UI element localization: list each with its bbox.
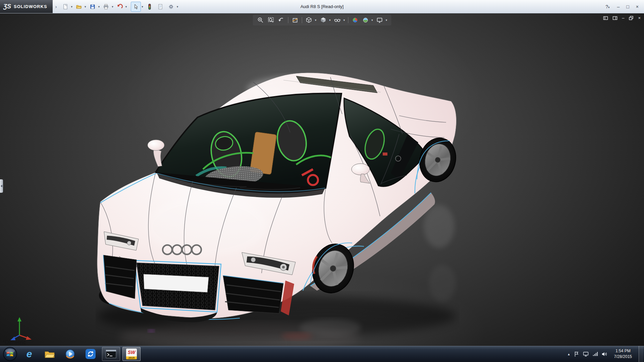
section-view-button[interactable] — [291, 16, 300, 24]
view-settings-button[interactable] — [375, 16, 384, 24]
solidworks-window: ƷS SOLIDWORKS › ▾ ▾ ▾ ▾ ▾ ▾ — [0, 0, 644, 362]
start-button[interactable] — [0, 346, 20, 362]
help-button[interactable]: ?▾ — [605, 4, 610, 9]
undo-button[interactable] — [115, 2, 125, 12]
zoom-to-fit-button[interactable] — [267, 16, 275, 24]
toolbar-separator — [348, 17, 348, 23]
view-orientation-label: *Dimetric — [3, 340, 26, 346]
undo-dropdown-arrow[interactable]: ▾ — [125, 5, 127, 8]
display-style-dropdown-arrow[interactable]: ▾ — [329, 18, 331, 22]
options-gear-icon — [168, 4, 174, 10]
show-desktop-button[interactable] — [639, 346, 643, 362]
new-document-icon — [62, 4, 68, 10]
new-dropdown-arrow[interactable]: ▾ — [71, 5, 73, 8]
car-body-group — [97, 73, 460, 322]
undo-icon — [117, 4, 123, 10]
taskbar-item-command-prompt[interactable] — [102, 347, 120, 361]
previous-view-button[interactable] — [277, 16, 286, 24]
featuremanager-collapsed-tab[interactable] — [0, 179, 3, 193]
toolbar-separator — [302, 17, 302, 23]
view-orientation-dropdown-arrow[interactable]: ▾ — [315, 18, 317, 22]
select-button[interactable] — [131, 2, 141, 12]
zoom-to-area-icon — [257, 17, 264, 23]
hide-show-glasses-icon — [334, 17, 341, 23]
window-controls: ?▾ – □ × — [605, 4, 644, 9]
print-dropdown-arrow[interactable]: ▾ — [112, 5, 113, 8]
clock-date: 7/28/2015 — [614, 354, 632, 360]
brand-text: SOLIDWORKS — [14, 4, 47, 9]
taskbar-clock[interactable]: 1:54 PM 7/28/2015 — [611, 348, 635, 360]
zoom-to-fit-icon — [268, 17, 274, 23]
sync-app-icon — [86, 349, 96, 359]
options-button[interactable] — [166, 2, 176, 12]
titlebar: ƷS SOLIDWORKS › ▾ ▾ ▾ ▾ ▾ ▾ — [0, 0, 644, 13]
dassault-logo-icon: ƷS — [3, 3, 11, 10]
solidworks-logo: ƷS SOLIDWORKS — [0, 0, 53, 13]
taskbar-item-media-player[interactable] — [61, 347, 79, 361]
document-minimize-button[interactable]: – — [622, 15, 624, 20]
select-cursor-icon — [133, 4, 139, 10]
view-orientation-cube-icon — [306, 17, 312, 23]
taskbar-item-internet-explorer[interactable]: e — [20, 347, 38, 361]
clock-time: 1:54 PM — [614, 348, 632, 354]
save-dropdown-arrow[interactable]: ▾ — [98, 5, 100, 8]
rebuild-traffic-light-icon — [147, 4, 153, 10]
volume-icon[interactable] — [602, 352, 607, 357]
document-restore-icon[interactable] — [629, 16, 634, 20]
save-button[interactable] — [88, 2, 98, 12]
view-settings-dropdown-arrow[interactable]: ▾ — [386, 18, 387, 22]
close-button[interactable]: × — [636, 4, 639, 9]
open-folder-icon — [76, 4, 82, 10]
new-document-button[interactable] — [60, 2, 70, 12]
internet-explorer-icon: e — [26, 349, 32, 359]
print-icon — [103, 4, 109, 10]
display-style-button[interactable] — [319, 16, 327, 24]
edit-appearance-button[interactable] — [351, 16, 359, 24]
view-settings-icon — [376, 17, 383, 23]
options-dropdown-arrow[interactable]: ▾ — [177, 5, 178, 8]
apply-scene-icon — [362, 17, 369, 23]
section-view-icon — [292, 17, 299, 23]
menu-expand-chevron[interactable]: › — [53, 4, 60, 9]
graphics-viewport[interactable]: ▾ ▾ ▾ ▾ ▾ – × — [0, 13, 644, 346]
document-window-controls: – × — [603, 15, 641, 20]
taskbar-item-windows-explorer[interactable] — [41, 347, 59, 361]
solidworks-app-icon: SW 2015 — [126, 349, 137, 359]
display-settings-icon[interactable] — [583, 352, 589, 357]
license-plate — [144, 274, 209, 292]
toolbar-separator — [288, 17, 288, 23]
open-dropdown-arrow[interactable]: ▾ — [85, 5, 86, 8]
taskbar-item-solidworks-2015[interactable]: SW 2015 — [122, 347, 141, 361]
coordinate-triad — [7, 315, 32, 341]
help-dropdown-arrow[interactable]: ▾ — [608, 6, 610, 9]
windows-taskbar: e — [0, 346, 644, 362]
apply-scene-dropdown-arrow[interactable]: ▾ — [371, 18, 373, 22]
taskbar-item-sync-app[interactable] — [82, 347, 100, 361]
select-dropdown-arrow[interactable]: ▾ — [142, 5, 143, 8]
media-player-icon — [65, 349, 75, 359]
apply-scene-button[interactable] — [361, 16, 370, 24]
maximize-button[interactable]: □ — [626, 4, 629, 9]
print-button[interactable] — [101, 2, 111, 12]
file-properties-button[interactable] — [155, 2, 165, 12]
pane-toggle-left-icon[interactable] — [603, 16, 608, 20]
view-orientation-button[interactable] — [305, 16, 313, 24]
pane-toggle-right-icon[interactable] — [612, 16, 618, 20]
folder-icon — [44, 350, 55, 358]
select-toolbar: ▾ ▾ — [131, 2, 179, 12]
command-prompt-icon — [106, 350, 116, 358]
previous-view-icon — [278, 17, 285, 23]
audi-r8-3d-model[interactable] — [96, 69, 460, 346]
action-center-flag-icon[interactable] — [574, 351, 579, 357]
network-status-icon[interactable] — [593, 352, 598, 356]
minimize-button[interactable]: – — [617, 4, 620, 9]
hide-show-dropdown-arrow[interactable]: ▾ — [343, 18, 345, 22]
open-button[interactable] — [74, 2, 84, 12]
hide-show-items-button[interactable] — [333, 16, 342, 24]
system-tray: ▴ 1:54 PM 7/28/2015 — [568, 346, 644, 362]
rebuild-button[interactable] — [145, 2, 155, 12]
zoom-to-area-button[interactable] — [256, 16, 265, 24]
display-style-cube-icon — [320, 17, 326, 23]
show-hidden-icons-button[interactable]: ▴ — [568, 352, 570, 356]
document-close-button[interactable]: × — [638, 15, 641, 20]
